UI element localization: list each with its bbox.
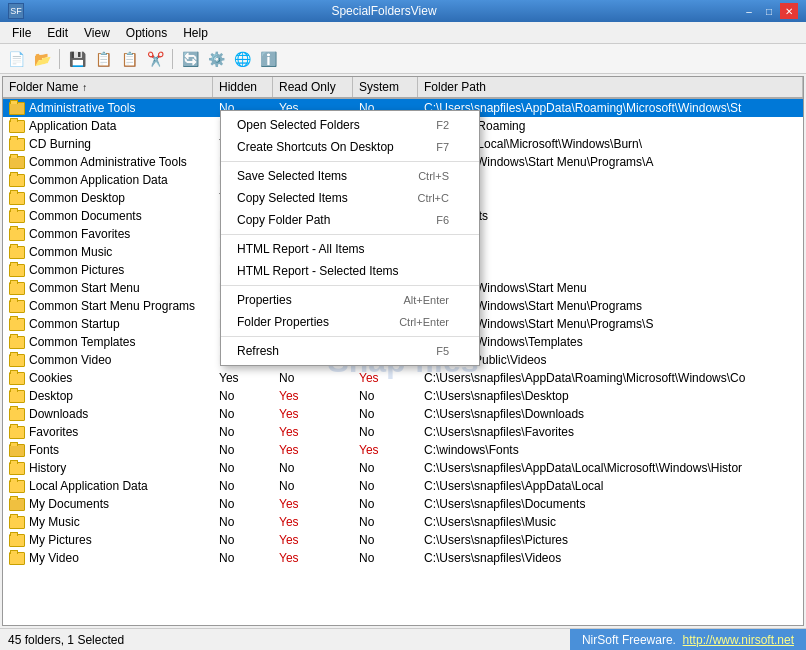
table-row[interactable]: Favorites No Yes No C:\Users\snapfiles\F…: [3, 423, 803, 441]
context-menu-item[interactable]: HTML Report - Selected Items: [221, 260, 479, 282]
cell-hidden: No: [213, 495, 273, 513]
context-menu-item[interactable]: Copy Selected ItemsCtrl+C: [221, 187, 479, 209]
toolbar-save[interactable]: 💾: [65, 47, 89, 71]
table-row[interactable]: My Documents No Yes No C:\Users\snapfile…: [3, 495, 803, 513]
table-row[interactable]: My Pictures No Yes No C:\Users\snapfiles…: [3, 531, 803, 549]
cell-path: C:\Users\snapfiles\AppData\Roaming\Micro…: [418, 369, 803, 387]
folder-icon: [9, 444, 25, 457]
folder-icon: [9, 246, 25, 259]
cell-readonly: Yes: [273, 387, 353, 405]
table-row[interactable]: Fonts No Yes Yes C:\windows\Fonts: [3, 441, 803, 459]
header-readonly[interactable]: Read Only: [273, 77, 353, 97]
header-hidden[interactable]: Hidden: [213, 77, 273, 97]
toolbar-new[interactable]: 📄: [4, 47, 28, 71]
maximize-button[interactable]: □: [760, 3, 778, 19]
toolbar-refresh[interactable]: 🔄: [178, 47, 202, 71]
context-menu-shortcut: F6: [436, 214, 449, 226]
cell-folder-name: Common Pictures: [3, 261, 213, 279]
toolbar-about[interactable]: ℹ️: [256, 47, 280, 71]
cell-readonly: No: [273, 459, 353, 477]
cell-folder-name: Fonts: [3, 441, 213, 459]
cell-readonly: Yes: [273, 423, 353, 441]
cell-system: No: [353, 387, 418, 405]
toolbar: 📄 📂 💾 📋 📋 ✂️ 🔄 ⚙️ 🌐 ℹ️: [0, 44, 806, 74]
header-system[interactable]: System: [353, 77, 418, 97]
menu-options[interactable]: Options: [118, 24, 175, 42]
status-bar: 45 folders, 1 Selected NirSoft Freeware.…: [0, 628, 806, 650]
cell-system: Yes: [353, 369, 418, 387]
cell-folder-name: Favorites: [3, 423, 213, 441]
title-bar: SF SpecialFoldersView – □ ✕: [0, 0, 806, 22]
cell-folder-name: Downloads: [3, 405, 213, 423]
cell-folder-name: Local Application Data: [3, 477, 213, 495]
menu-help[interactable]: Help: [175, 24, 216, 42]
toolbar-paste[interactable]: 📋: [117, 47, 141, 71]
cell-hidden: No: [213, 423, 273, 441]
context-menu-item[interactable]: Save Selected ItemsCtrl+S: [221, 165, 479, 187]
cell-folder-name: History: [3, 459, 213, 477]
cell-folder-name: Common Start Menu Programs: [3, 297, 213, 315]
cell-readonly: Yes: [273, 495, 353, 513]
context-menu-item-label: Folder Properties: [237, 315, 329, 329]
menu-bar: File Edit View Options Help: [0, 22, 806, 44]
cell-folder-name: Common Documents: [3, 207, 213, 225]
folder-icon: [9, 390, 25, 403]
context-menu-item[interactable]: RefreshF5: [221, 340, 479, 362]
cell-path: C:\Users\snapfiles\Music: [418, 513, 803, 531]
folder-icon: [9, 480, 25, 493]
cell-readonly: Yes: [273, 405, 353, 423]
header-folder-name[interactable]: Folder Name ↑: [3, 77, 213, 97]
cell-readonly: No: [273, 477, 353, 495]
table-row[interactable]: My Music No Yes No C:\Users\snapfiles\Mu…: [3, 513, 803, 531]
table-row[interactable]: History No No No C:\Users\snapfiles\AppD…: [3, 459, 803, 477]
cell-folder-name: Cookies: [3, 369, 213, 387]
toolbar-open[interactable]: 📂: [30, 47, 54, 71]
context-menu-item[interactable]: Open Selected FoldersF2: [221, 114, 479, 136]
toolbar-copy[interactable]: 📋: [91, 47, 115, 71]
toolbar-html[interactable]: 🌐: [230, 47, 254, 71]
context-menu-item-label: Save Selected Items: [237, 169, 347, 183]
cell-path: C:\Users\snapfiles\Pictures: [418, 531, 803, 549]
folder-icon: [9, 228, 25, 241]
table-row[interactable]: Desktop No Yes No C:\Users\snapfiles\Des…: [3, 387, 803, 405]
table-row[interactable]: Local Application Data No No No C:\Users…: [3, 477, 803, 495]
header-path[interactable]: Folder Path: [418, 77, 803, 97]
menu-file[interactable]: File: [4, 24, 39, 42]
folder-icon: [9, 462, 25, 475]
table-row[interactable]: My Video No Yes No C:\Users\snapfiles\Vi…: [3, 549, 803, 567]
table-row[interactable]: Downloads No Yes No C:\Users\snapfiles\D…: [3, 405, 803, 423]
cell-folder-name: Common Favorites: [3, 225, 213, 243]
nirsoft-link[interactable]: http://www.nirsoft.net: [683, 633, 794, 647]
context-menu-item-label: HTML Report - Selected Items: [237, 264, 399, 278]
cell-system: No: [353, 531, 418, 549]
menu-view[interactable]: View: [76, 24, 118, 42]
cell-readonly: Yes: [273, 549, 353, 567]
context-menu-item[interactable]: Folder PropertiesCtrl+Enter: [221, 311, 479, 333]
folder-icon: [9, 408, 25, 421]
close-button[interactable]: ✕: [780, 3, 798, 19]
table-row[interactable]: Cookies Yes No Yes C:\Users\snapfiles\Ap…: [3, 369, 803, 387]
minimize-button[interactable]: –: [740, 3, 758, 19]
context-menu-item[interactable]: PropertiesAlt+Enter: [221, 289, 479, 311]
context-menu-item[interactable]: Copy Folder PathF6: [221, 209, 479, 231]
toolbar-cut[interactable]: ✂️: [143, 47, 167, 71]
cell-system: No: [353, 459, 418, 477]
cell-readonly: Yes: [273, 513, 353, 531]
context-menu-shortcut: Alt+Enter: [403, 294, 449, 306]
menu-edit[interactable]: Edit: [39, 24, 76, 42]
context-menu-separator: [221, 234, 479, 235]
context-menu-item[interactable]: Create Shortcuts On DesktopF7: [221, 136, 479, 158]
folder-icon: [9, 534, 25, 547]
cell-system: No: [353, 513, 418, 531]
cell-folder-name: My Video: [3, 549, 213, 567]
context-menu-shortcut: Ctrl+C: [418, 192, 449, 204]
toolbar-properties[interactable]: ⚙️: [204, 47, 228, 71]
toolbar-sep-2: [172, 49, 173, 69]
toolbar-sep-1: [59, 49, 60, 69]
folder-icon: [9, 354, 25, 367]
folder-icon: [9, 174, 25, 187]
folder-icon: [9, 282, 25, 295]
context-menu-item[interactable]: HTML Report - All Items: [221, 238, 479, 260]
context-menu-item-label: Open Selected Folders: [237, 118, 360, 132]
window-controls: – □ ✕: [740, 3, 798, 19]
